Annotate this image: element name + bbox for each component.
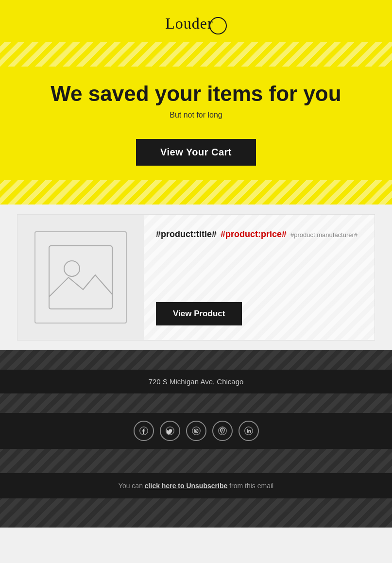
svg-rect-10 <box>247 430 248 432</box>
unsub-text-after: from this email <box>229 482 273 490</box>
footer-stripe-mid2 <box>0 449 392 473</box>
footer-section: 720 S Michigan Ave, Chicago <box>0 350 392 528</box>
linkedin-icon[interactable] <box>239 421 259 441</box>
hero-stripe-bottom <box>0 180 392 205</box>
logo-text: Louder <box>165 15 213 33</box>
footer-stripe-mid1 <box>0 393 392 413</box>
product-card: #product:title# #product:price# #product… <box>17 214 375 341</box>
svg-point-11 <box>247 429 248 430</box>
product-image-placeholder <box>34 231 127 324</box>
unsub-link[interactable]: click here to Unsubscribe <box>145 482 227 490</box>
placeholder-svg <box>47 243 115 311</box>
footer-stripe-bottom <box>0 498 392 528</box>
logo-bar: Louder <box>0 0 392 42</box>
svg-point-7 <box>197 429 198 430</box>
svg-point-4 <box>192 427 200 435</box>
product-price: #product:price# <box>221 229 287 239</box>
product-image-column <box>17 215 144 340</box>
product-info-column: #product:title# #product:price# #product… <box>144 215 375 340</box>
product-meta: #product:title# #product:price# #product… <box>156 229 362 239</box>
unsub-text-before: You can <box>119 482 145 490</box>
main-headline: We saved your items for you <box>19 81 373 107</box>
cta-area: View Your Cart <box>0 127 392 180</box>
svg-point-1 <box>64 261 80 276</box>
svg-rect-0 <box>49 246 112 309</box>
svg-point-6 <box>195 430 197 432</box>
footer-address: 720 S Michigan Ave, Chicago <box>149 377 244 386</box>
footer-address-bar: 720 S Michigan Ave, Chicago <box>0 370 392 393</box>
instagram-icon[interactable] <box>186 421 206 441</box>
product-title: #product:title# <box>156 229 217 239</box>
headline-area: We saved your items for you But not for … <box>0 67 392 127</box>
product-manufacturer: #product:manufacturer# <box>290 231 358 239</box>
sub-headline: But not for long <box>19 111 373 119</box>
hero-section: Louder We saved your items for you But n… <box>0 0 392 205</box>
pinterest-icon[interactable] <box>212 421 233 441</box>
twitter-icon[interactable] <box>160 421 180 441</box>
view-cart-button[interactable]: View Your Cart <box>136 139 256 166</box>
view-product-button[interactable]: View Product <box>156 302 242 325</box>
footer-stripe-top <box>0 350 392 370</box>
hero-stripe-top <box>0 42 392 67</box>
facebook-icon[interactable] <box>134 421 154 441</box>
footer-social-bar <box>0 413 392 449</box>
footer-unsub-bar: You can click here to Unsubscribe from t… <box>0 473 392 498</box>
logo-circle <box>209 17 227 34</box>
